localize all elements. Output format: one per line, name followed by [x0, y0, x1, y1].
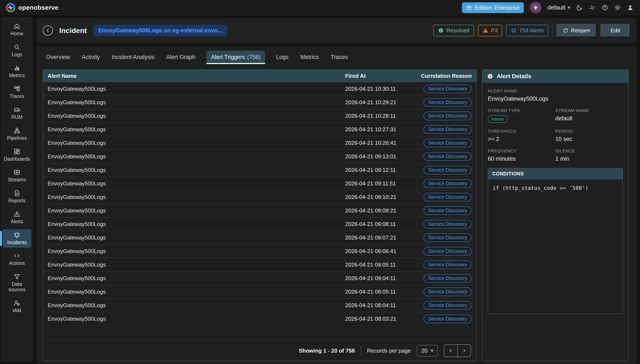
- sidebar-item-metrics[interactable]: Metrics: [3, 62, 31, 81]
- sparkle-icon: [532, 4, 539, 11]
- sidebar-item-logs[interactable]: Logs: [3, 41, 31, 60]
- conditions-box: CONDITIONS if (http_status_code >= '500'…: [488, 168, 623, 314]
- slack-icon: [589, 4, 595, 11]
- table-row[interactable]: EnvoyGateway500Logs 2026-04-21 10:30:11 …: [43, 82, 476, 96]
- refresh-icon: [563, 28, 568, 34]
- table-row[interactable]: EnvoyGateway500Logs 2026-04-21 10:27:31 …: [43, 122, 476, 136]
- fired-at-cell: 2026-04-21 08:03:21: [345, 316, 415, 322]
- correlation-reason-badge[interactable]: Service Discovery: [423, 220, 472, 228]
- correlation-reason-badge[interactable]: Service Discovery: [423, 98, 472, 107]
- correlation-reason-badge[interactable]: Service Discovery: [423, 260, 472, 269]
- correlation-reason-badge[interactable]: Service Discovery: [423, 288, 472, 296]
- settings-button[interactable]: [614, 4, 621, 11]
- organization-selector[interactable]: default ▾: [547, 4, 570, 11]
- table-row[interactable]: EnvoyGateway500Logs 2026-04-21 08:04:11 …: [43, 298, 476, 312]
- fired-at-cell: 2026-04-21 10:29:21: [345, 99, 415, 106]
- page-size-select[interactable]: 20 ▾: [417, 345, 438, 356]
- alert-name-cell: EnvoyGateway500Logs: [48, 207, 345, 214]
- priority-badge: P3: [478, 25, 502, 36]
- home-icon: [14, 23, 20, 30]
- sidebar-item-traces[interactable]: Traces: [3, 83, 31, 102]
- sidebar-item-data-sources[interactable]: Data sources: [3, 271, 31, 295]
- tab-incident-analysis[interactable]: Incident Analysis: [111, 51, 155, 64]
- correlation-reason-badge[interactable]: Service Discovery: [423, 84, 472, 93]
- table-header: Alert Name Fired At Correlation Reason: [43, 70, 476, 82]
- previous-page-button[interactable]: [444, 345, 457, 356]
- tab-alert-graph[interactable]: Alert Graph: [165, 51, 196, 64]
- conditions-code: if (http_status_code >= '500'): [488, 180, 623, 196]
- correlation-reason-badge[interactable]: Service Discovery: [423, 166, 472, 174]
- bell-icon: [14, 232, 20, 238]
- correlation-reason-badge[interactable]: Service Discovery: [423, 139, 472, 147]
- table-row[interactable]: EnvoyGateway500Logs 2026-04-21 10:28:11 …: [43, 109, 476, 122]
- correlation-reason-badge[interactable]: Service Discovery: [423, 193, 472, 202]
- next-page-button[interactable]: [457, 345, 471, 356]
- tab-activity[interactable]: Activity: [81, 51, 101, 64]
- table-row[interactable]: EnvoyGateway500Logs 2026-04-21 09:09:21 …: [43, 204, 476, 217]
- sidebar-item-pipelines[interactable]: Pipelines: [3, 125, 31, 144]
- table-row[interactable]: EnvoyGateway500Logs 2026-04-21 10:26:41 …: [43, 136, 476, 150]
- table-row[interactable]: EnvoyGateway500Logs 2026-04-21 09:10:21 …: [43, 190, 476, 204]
- correlation-reason-cell: Service Discovery: [415, 98, 472, 107]
- fired-at-cell: 2026-04-21 08:05:11: [345, 288, 415, 295]
- search-icon: [14, 44, 20, 50]
- table-row[interactable]: EnvoyGateway500Logs 2026-04-21 09:07:21 …: [43, 231, 476, 244]
- sidebar-item-rum[interactable]: RUM: [3, 104, 31, 122]
- correlation-reason-badge[interactable]: Service Discovery: [423, 179, 472, 188]
- ai-assistant-button[interactable]: [530, 2, 542, 14]
- fired-at-cell: 2026-04-21 09:10:21: [345, 194, 415, 200]
- sidebar-item-incidents[interactable]: Incidents: [3, 229, 31, 248]
- sidebar-item-reports[interactable]: Reports: [3, 187, 31, 206]
- sidebar-item-alerts[interactable]: Alerts: [3, 208, 31, 227]
- tab-logs[interactable]: Logs: [275, 51, 290, 64]
- tab-alert-triggers[interactable]: Alert Triggers(758): [206, 51, 265, 64]
- sidebar-item-actions[interactable]: Actions: [3, 250, 31, 269]
- sidebar-item-home[interactable]: Home: [3, 20, 31, 39]
- reopen-button[interactable]: Reopen: [556, 24, 597, 37]
- conditions-header: CONDITIONS: [488, 168, 623, 180]
- fired-at-cell: 2026-04-21 10:30:11: [345, 86, 415, 92]
- person-icon: [627, 4, 634, 11]
- table-row[interactable]: EnvoyGateway500Logs 2026-04-21 08:03:21 …: [43, 312, 476, 326]
- column-correlation-reason: Correlation Reason: [415, 73, 472, 79]
- correlation-reason-badge[interactable]: Service Discovery: [423, 274, 472, 282]
- correlation-reason-badge[interactable]: Service Discovery: [423, 314, 472, 323]
- tab-overview[interactable]: Overview: [45, 51, 71, 64]
- fired-at-cell: 2026-04-21 09:04:11: [345, 275, 415, 282]
- table-row[interactable]: EnvoyGateway500Logs 2026-04-21 09:11:51 …: [43, 177, 476, 190]
- correlation-reason-badge[interactable]: Service Discovery: [423, 247, 472, 256]
- sidebar-item-streams[interactable]: Streams: [3, 166, 31, 185]
- correlation-reason-badge[interactable]: Service Discovery: [423, 125, 472, 134]
- correlation-reason-badge[interactable]: Service Discovery: [423, 112, 472, 120]
- correlation-reason-badge[interactable]: Service Discovery: [423, 152, 472, 161]
- table-row[interactable]: EnvoyGateway500Logs 2026-04-21 08:05:11 …: [43, 285, 476, 298]
- tab-metrics[interactable]: Metrics: [299, 51, 320, 64]
- table-row[interactable]: EnvoyGateway500Logs 2026-04-21 09:06:41 …: [43, 244, 476, 258]
- table-row[interactable]: EnvoyGateway500Logs 2026-04-21 09:13:01 …: [43, 150, 476, 163]
- correlation-reason-badge[interactable]: Service Discovery: [423, 233, 472, 242]
- incident-name-badge[interactable]: EnvoyGateway500Logs on eg-external.envo.…: [93, 25, 228, 36]
- gear-icon: [614, 4, 621, 11]
- incident-content: Overview Activity Incident Analysis Aler…: [36, 46, 636, 364]
- chevron-right-icon: [461, 348, 467, 354]
- tab-traces[interactable]: Traces: [330, 51, 349, 64]
- stream-type-field: STREAM TYPE traces: [488, 108, 555, 123]
- openobserve-logo-icon: [6, 3, 15, 12]
- sidebar-item-dashboards[interactable]: Dashboards: [3, 146, 31, 164]
- correlation-reason-badge[interactable]: Service Discovery: [423, 206, 472, 215]
- sidebar-item-iam[interactable]: IAM: [3, 297, 31, 316]
- dark-mode-toggle[interactable]: [576, 4, 583, 11]
- table-row[interactable]: EnvoyGateway500Logs 2026-04-21 10:29:21 …: [43, 96, 476, 109]
- edit-button[interactable]: Edit: [600, 24, 630, 37]
- account-button[interactable]: [627, 4, 634, 11]
- correlation-reason-badge[interactable]: Service Discovery: [423, 301, 472, 310]
- back-button[interactable]: [43, 25, 53, 36]
- slack-button[interactable]: [589, 4, 595, 11]
- table-row[interactable]: EnvoyGateway500Logs 2026-04-21 09:08:11 …: [43, 217, 476, 231]
- table-row[interactable]: EnvoyGateway500Logs 2026-04-21 09:04:11 …: [43, 272, 476, 285]
- table-row[interactable]: EnvoyGateway500Logs 2026-04-21 09:12:11 …: [43, 163, 476, 177]
- help-button[interactable]: [601, 4, 608, 11]
- table-row[interactable]: EnvoyGateway500Logs 2026-04-21 09:05:11 …: [43, 258, 476, 272]
- records-per-page-label: Records per page: [367, 348, 411, 354]
- tab-bar: Overview Activity Incident Analysis Aler…: [36, 51, 636, 64]
